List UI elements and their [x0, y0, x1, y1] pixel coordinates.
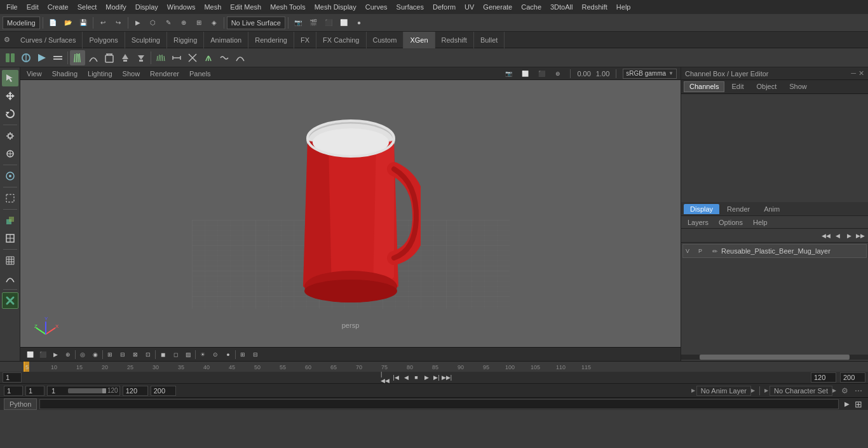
snap2-icon[interactable]: ⊞: [192, 16, 206, 30]
vp-wireframe-icon[interactable]: ◻: [170, 349, 181, 360]
anim-layer-arrow[interactable]: ▶: [691, 388, 696, 393]
tab-fx[interactable]: FX: [294, 32, 316, 48]
disp-tab-display[interactable]: Display: [684, 204, 719, 214]
vp-textured-icon[interactable]: ▨: [182, 349, 194, 360]
char-set-end-arrow[interactable]: ▶: [832, 388, 836, 393]
select-icon[interactable]: ▶: [131, 16, 145, 30]
menu-deform[interactable]: Deform: [429, 2, 459, 12]
tab-xgen[interactable]: XGen: [403, 32, 435, 48]
xgen-delete-icon[interactable]: [102, 50, 117, 65]
tl-play-back-btn[interactable]: ◀: [401, 372, 411, 383]
vp-shadow-icon[interactable]: ⊙: [210, 349, 221, 360]
ch-tab-edit[interactable]: Edit: [726, 81, 749, 92]
layers-nav-btn3[interactable]: ▶: [844, 231, 854, 241]
scale-tool-btn[interactable]: [2, 128, 18, 144]
batch-render-icon[interactable]: ⬛: [322, 16, 336, 30]
move-tool-btn[interactable]: [2, 88, 18, 104]
tab-fx-caching[interactable]: FX Caching: [316, 32, 366, 48]
panel-minimize-btn[interactable]: ─: [851, 69, 856, 78]
color-space-selector[interactable]: sRGB gamma ▼: [623, 69, 677, 79]
live-surface-dropdown[interactable]: No Live Surface: [227, 17, 285, 29]
tl-prev-key-btn[interactable]: |◀◀: [381, 372, 391, 383]
vp-menu-lighting[interactable]: Lighting: [85, 70, 115, 78]
tab-animation[interactable]: Animation: [204, 32, 248, 48]
range-slider-container[interactable]: 1 120: [47, 386, 120, 396]
snap-grid-btn[interactable]: [2, 252, 18, 269]
vp-bottom-icon7[interactable]: ⊞: [104, 349, 116, 360]
vp-isolate-icon[interactable]: ⊚: [552, 68, 564, 79]
render-icon[interactable]: 🎬: [306, 16, 320, 30]
mode-selector[interactable]: Modeling: [3, 17, 40, 29]
xgen-spline-icon[interactable]: [86, 50, 101, 65]
vp-shading-icon[interactable]: ◼: [157, 349, 168, 360]
magnet-icon[interactable]: ◈: [207, 16, 221, 30]
tl-current-frame[interactable]: 1: [3, 372, 22, 383]
vp-camera-icon[interactable]: 📷: [503, 68, 514, 79]
menu-curves[interactable]: Curves: [362, 2, 391, 12]
xgen-preview-icon[interactable]: [34, 50, 50, 65]
menu-mesh[interactable]: Mesh: [200, 2, 225, 12]
script-run-icon[interactable]: ▶: [841, 398, 853, 410]
ipr-icon[interactable]: ⬜: [337, 16, 351, 30]
paint-icon[interactable]: ✎: [161, 16, 175, 30]
menu-mesh-display[interactable]: Mesh Display: [311, 2, 360, 12]
menu-windows[interactable]: Windows: [163, 2, 200, 12]
ch-tab-object[interactable]: Object: [750, 81, 782, 92]
tl-prev-frame-btn[interactable]: |◀: [391, 372, 401, 383]
rotate-tool-btn[interactable]: [2, 105, 18, 122]
soft-mod-btn[interactable]: [2, 168, 18, 184]
marquee-select-btn[interactable]: [2, 190, 18, 207]
script-python-tab[interactable]: Python: [4, 398, 37, 410]
snap-curve-btn[interactable]: [2, 270, 18, 287]
tab-sculpting[interactable]: Sculpting: [125, 32, 167, 48]
extrude-btn[interactable]: [2, 212, 18, 229]
script-input-field[interactable]: [39, 399, 839, 409]
redo-icon[interactable]: ↪: [111, 16, 125, 30]
tl-stop-btn[interactable]: ■: [411, 372, 421, 383]
menu-display[interactable]: Display: [132, 2, 162, 12]
ch-tab-show[interactable]: Show: [783, 81, 813, 92]
vp-menu-show[interactable]: Show: [120, 70, 143, 78]
xgen-description-icon[interactable]: [3, 50, 18, 65]
vp-bottom-icon6[interactable]: ◉: [90, 349, 101, 360]
xgen-modifier-icon[interactable]: [50, 50, 65, 65]
open-file-icon[interactable]: 📂: [61, 16, 75, 30]
xgen-clump-icon[interactable]: [201, 50, 216, 65]
char-set-settings-icon[interactable]: ⚙: [839, 385, 850, 397]
vp-bottom-icon1[interactable]: ⬜: [24, 349, 36, 360]
xgen-hair-icon[interactable]: [70, 50, 85, 65]
tl-next-key-btn[interactable]: ▶▶|: [442, 372, 452, 383]
tab-rigging[interactable]: Rigging: [167, 32, 204, 48]
char-set-dropdown[interactable]: No Character Set: [770, 386, 832, 396]
camera-icon[interactable]: 📷: [291, 16, 305, 30]
disp-tab-render[interactable]: Render: [721, 204, 756, 214]
xgen-import-icon[interactable]: [118, 50, 133, 65]
tab-bullet[interactable]: Bullet: [474, 32, 505, 48]
layers-nav-btn4[interactable]: ▶▶: [855, 231, 865, 241]
menu-select[interactable]: Select: [74, 2, 101, 12]
menu-mesh-tools[interactable]: Mesh Tools: [266, 2, 309, 12]
vp-bottom-icon5[interactable]: ◎: [77, 349, 88, 360]
undo-icon[interactable]: ↩: [96, 16, 110, 30]
menu-redshift[interactable]: Redshift: [578, 2, 611, 12]
snap-icon[interactable]: ⊕: [177, 16, 191, 30]
vp-light-icon[interactable]: ☀: [197, 349, 208, 360]
ch-tab-channels[interactable]: Channels: [684, 81, 724, 92]
anim-layer-end-arrow[interactable]: ▶: [751, 388, 755, 393]
vp-menu-shading[interactable]: Shading: [50, 70, 80, 78]
lasso-icon[interactable]: ⬡: [146, 16, 160, 30]
vp-menu-renderer[interactable]: Renderer: [147, 70, 182, 78]
menu-modify[interactable]: Modify: [102, 2, 130, 12]
vp-bottom-icon2[interactable]: ⬛: [37, 349, 48, 360]
layers-nav-btn1[interactable]: ◀◀: [821, 231, 831, 241]
script-settings-icon[interactable]: ⊞: [853, 398, 864, 410]
xgen-logo-btn[interactable]: [2, 292, 18, 309]
menu-3dtoall[interactable]: 3DtoAll: [546, 2, 576, 12]
tab-redshift[interactable]: Redshift: [435, 32, 474, 48]
vp-ao-icon[interactable]: ●: [222, 349, 234, 360]
status-frame2[interactable]: 1: [25, 386, 44, 396]
vp-bottom-icon3[interactable]: ▶: [50, 349, 61, 360]
xgen-length-icon[interactable]: [169, 50, 184, 65]
timeline-ruler[interactable]: 5 10 15 20 25 30 35 40 45 50 55 60 65 70…: [0, 362, 868, 372]
menu-edit-mesh[interactable]: Edit Mesh: [226, 2, 265, 12]
